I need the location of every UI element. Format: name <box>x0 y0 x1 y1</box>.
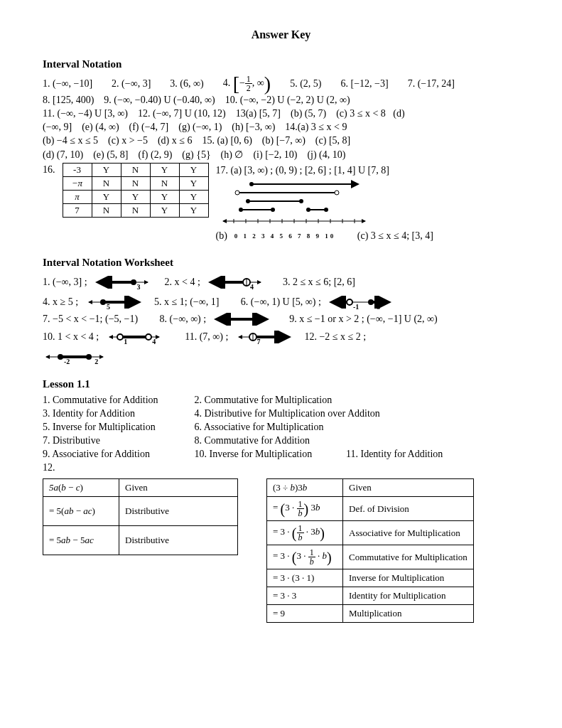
p15d: (d) (7, 10) <box>43 149 83 160</box>
p13d2: (−∞, 9] <box>43 122 72 132</box>
table-row: = 3 · 3Identity for Multiplication <box>267 587 474 605</box>
svg-point-1 <box>249 182 254 186</box>
sec3-row: 5. Inverse for Multiplication 6. Associa… <box>43 422 519 433</box>
numberline-icon <box>85 296 142 309</box>
s3p9: 9. Associative for Addition <box>43 449 192 460</box>
p15a: 15. (a) [0, 6) <box>202 135 252 146</box>
table-row: = 5ab − 5acDistributive <box>43 526 238 555</box>
table-row: −πNNNY <box>63 177 208 191</box>
table-row: = 3 · (1b · 3b)Associative for Multiplic… <box>267 521 474 545</box>
rparen-icon: ) <box>264 73 271 95</box>
lbl: 7 <box>256 338 260 346</box>
table-row: = 9Multiplication <box>267 605 474 623</box>
sec2-row4: 10. 1 < x < 4 ; 1 4 11. (7, ∞) ; 7 12. −… <box>43 328 519 346</box>
svg-point-45 <box>146 334 151 340</box>
numberline-icon <box>94 276 151 289</box>
s3p7: 7. Distributive <box>43 435 192 446</box>
numberline-icon <box>213 313 270 326</box>
s3p6: 6. Associative for Multiplication <box>195 422 324 432</box>
p5: 5. (2, 5) <box>290 78 321 90</box>
section-3-heading: Lesson 1.1 <box>43 378 519 390</box>
axis-labels: 0 1 2 3 4 5 6 7 8 9 10 <box>234 232 336 240</box>
table-row: 5a(b − c)Given <box>43 479 238 497</box>
p15i: (i) [−2, 10) <box>253 149 297 160</box>
p12: 12. (−∞, 7] U (10, 12) <box>138 108 226 119</box>
p8: 8. [125, 400) <box>43 95 94 105</box>
svg-point-3 <box>235 191 239 195</box>
p15f: (f) (2, 9) <box>139 149 173 160</box>
s3p12: 12. <box>43 462 55 473</box>
sec2-row3: 7. −5 < x < −1; (−5, −1) 8. (−∞, ∞) ; 9.… <box>43 313 519 326</box>
svg-point-52 <box>58 354 63 360</box>
sec2-row1: 1. (−∞, 3] ; 3 2. x < 4 ; 4 3. 2 ≤ x ≤ 6… <box>43 273 519 291</box>
lbl: -1 <box>353 303 359 311</box>
p17: 17. (a) [3, ∞) ; (0, 9) ; [2, 6] ; [1, 4… <box>216 165 520 176</box>
lbl: 2 <box>94 358 98 365</box>
p9: 9. (−∞, −0.40) U (−0.40, ∞) <box>104 95 215 105</box>
p15e: (e) (5, 8] <box>93 149 128 160</box>
table-row: (3 ÷ b)3bGiven <box>267 479 474 497</box>
s2p5: 5. x ≤ 1; (−∞, 1] <box>154 296 219 308</box>
p10: 10. (−∞, −2) U (−2, 2) U (2, ∞) <box>225 95 350 105</box>
s2p8: 8. (−∞, ∞) ; <box>160 314 207 325</box>
sec3-row: 3. Identity for Addition 4. Distributive… <box>43 408 519 419</box>
p14b: (b) −4 ≤ x ≤ 5 <box>43 135 98 146</box>
s3p5: 5. Inverse for Multiplication <box>43 422 192 433</box>
page-title: Answer Key <box>43 28 519 41</box>
s2p1: 1. (−∞, 3] ; <box>43 277 87 288</box>
sec1-row4: (−∞, 9] (e) (4, ∞) (f) (−4, 7] (g) (−∞, … <box>43 122 519 133</box>
table-row: πYYYY <box>63 191 208 204</box>
p13f: (f) (−4, 7] <box>129 122 169 132</box>
s2p2: 2. x < 4 ; <box>165 277 200 288</box>
sec2-row2: 4. x ≥ 5 ; 5 5. x ≤ 1; (−∞, 1] 6. (−∞, 1… <box>43 293 519 311</box>
lbl: 5 <box>377 303 380 311</box>
sec1-row6: (d) (7, 10) (e) (5, 8] (f) (2, 9) (g) {5… <box>43 149 519 161</box>
p13d: (d) <box>393 108 404 119</box>
sec3-row: 7. Distributive 8. Commutative for Addit… <box>43 435 519 446</box>
svg-point-7 <box>299 199 303 203</box>
table-row: = 3 · (3 · 1)Inverse for Multiplication <box>267 569 474 587</box>
p15c: (c) [5, 8] <box>315 135 350 146</box>
lbl: 3 <box>137 283 141 291</box>
p15b: (b) [−7, ∞) <box>262 135 306 146</box>
p15g: (g) {5} <box>182 149 210 160</box>
p11: 11. (−∞, −4) U [3, ∞) <box>43 108 128 119</box>
svg-point-38 <box>347 299 352 305</box>
sec1-row1: 1. (−∞, −10] 2. (−∞, 3] 3. (6, ∞) 4. [−1… <box>43 75 519 92</box>
sec3-row: 12. <box>43 462 519 473</box>
p13b: (b) (5, 7) <box>291 108 326 119</box>
numberline-icon <box>235 331 292 343</box>
lbl: 4 <box>250 283 254 291</box>
sec3-row: 9. Associative for Addition 10. Inverse … <box>43 449 519 460</box>
lbl: 4 <box>152 338 156 346</box>
lbl: 1 <box>124 338 127 346</box>
sec1-row2: 8. [125, 400) 9. (−∞, −0.40) U (−0.40, ∞… <box>43 95 519 106</box>
svg-point-4 <box>335 191 339 195</box>
s2p7: 7. −5 < x < −1; (−5, −1) <box>43 314 138 325</box>
lbl: -2 <box>64 358 70 365</box>
s2p11: 11. (7, ∞) ; <box>185 331 228 343</box>
p4: 4. [−12, ∞) <box>223 75 271 92</box>
s3p2: 2. Commutative for Multiplication <box>195 395 333 405</box>
p2: 2. (−∞, 3] <box>112 78 151 90</box>
p17b: (b) <box>216 230 227 242</box>
table-row: 7NNYY <box>63 204 208 218</box>
svg-point-28 <box>131 279 136 285</box>
svg-point-12 <box>306 208 310 212</box>
p15j: (j) (4, 10) <box>307 149 345 160</box>
sec1-row5: (b) −4 ≤ x ≤ 5 (c) x > −5 (d) x ≤ 6 15. … <box>43 135 519 146</box>
p16: 16. <box>43 163 55 176</box>
p15h: (h) ∅ <box>221 149 244 160</box>
p13h: (h) [−3, ∞) <box>232 122 275 132</box>
svg-point-53 <box>86 354 92 360</box>
frac-den: 2 <box>245 84 252 92</box>
svg-point-44 <box>117 334 123 340</box>
s2p3: 3. 2 ≤ x ≤ 6; [2, 6] <box>283 277 355 288</box>
p13c: (c) 3 ≤ x < 8 <box>336 108 386 119</box>
p4-prefix: 4. <box>223 77 233 88</box>
p1: 1. (−∞, −10] <box>43 78 92 90</box>
s3p3: 3. Identity for Addition <box>43 408 192 419</box>
sec1-row3: 11. (−∞, −4) U [3, ∞) 12. (−∞, 7] U (10,… <box>43 108 519 119</box>
s3p10: 10. Inverse for Multiplication <box>195 449 344 460</box>
proof-tables: 5a(b − c)Given = 5(ab − ac)Distributive … <box>43 476 519 623</box>
